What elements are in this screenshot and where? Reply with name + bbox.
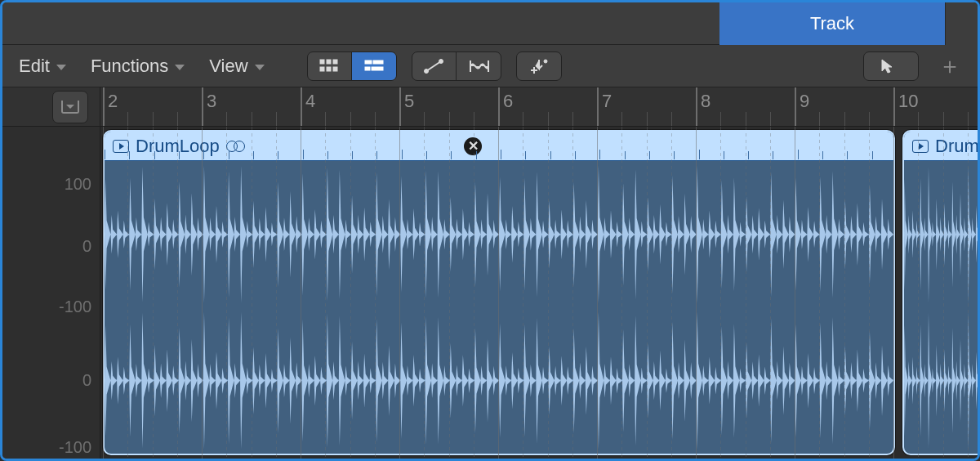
waveform-channel-right xyxy=(904,309,978,452)
flex-button[interactable] xyxy=(457,51,501,81)
audio-region-next[interactable]: Drum xyxy=(902,130,978,455)
ruler-bar-label: 4 xyxy=(305,91,315,112)
grid-view-button[interactable] xyxy=(308,51,352,81)
waveform-left xyxy=(105,163,893,306)
waveform-channel-left xyxy=(105,163,893,306)
menu-edit-label: Edit xyxy=(19,56,50,77)
ruler-bar-label: 7 xyxy=(602,91,612,112)
audio-region-drumloop[interactable]: DrumLoop ✕ xyxy=(103,130,895,455)
menu-view-label: View xyxy=(209,56,247,77)
waveform-right xyxy=(904,309,978,452)
waveform-channel-left xyxy=(904,163,978,306)
automation-button[interactable] xyxy=(412,51,457,81)
svg-rect-3 xyxy=(320,67,324,71)
region-play-icon xyxy=(912,140,929,153)
chevron-down-icon xyxy=(175,65,185,70)
svg-rect-4 xyxy=(327,67,331,71)
automation-curve-icon xyxy=(422,57,445,75)
flex-icon xyxy=(467,57,490,75)
waveform-right xyxy=(105,309,893,452)
grid-icon xyxy=(318,57,341,75)
edit-mode-group xyxy=(412,51,501,81)
ruler-bar-label: 10 xyxy=(898,91,918,112)
ruler-bar-label: 6 xyxy=(503,91,513,112)
region-name-label: Drum xyxy=(935,136,978,157)
pointer-tool-icon xyxy=(877,57,900,75)
region-play-icon xyxy=(113,140,129,153)
menu-view[interactable]: View xyxy=(204,52,269,80)
track-area: 1000-1000-100 DrumLoop ✕ xyxy=(2,127,978,459)
catch-group xyxy=(516,51,562,81)
amplitude-tick-label: 0 xyxy=(82,237,91,256)
ruler-bar-label: 9 xyxy=(800,91,809,112)
waveform-channel-right xyxy=(105,309,893,452)
editor-toolbar: Edit Functions View xyxy=(2,45,978,87)
bar-ruler[interactable]: 2345678910 xyxy=(100,87,978,126)
editor-tab-bar: Track xyxy=(2,2,978,45)
bar-ruler-row: 2345678910 xyxy=(2,87,978,127)
catch-playhead-button[interactable] xyxy=(517,51,561,81)
add-tool-button[interactable]: ＋ xyxy=(933,51,966,82)
svg-rect-5 xyxy=(333,67,337,71)
ruler-bar-label: 3 xyxy=(207,91,216,112)
tool-select-group xyxy=(863,51,919,81)
svg-rect-9 xyxy=(372,67,383,70)
view-mode-group xyxy=(307,51,397,81)
region-header[interactable]: DrumLoop ✕ xyxy=(105,132,893,161)
menu-functions-label: Functions xyxy=(91,56,168,77)
stereo-icon xyxy=(226,141,245,152)
audio-editor-window: Track Edit Functions View xyxy=(0,0,980,461)
amplitude-tick-label: 0 xyxy=(82,371,91,390)
region-body xyxy=(904,161,978,454)
chevron-down-box-icon xyxy=(61,101,79,114)
list-icon xyxy=(363,57,385,75)
region-body xyxy=(105,161,893,454)
amplitude-tick-label: -100 xyxy=(59,298,91,316)
region-lane[interactable]: DrumLoop ✕ xyxy=(100,127,978,459)
chevron-down-icon xyxy=(255,65,265,70)
svg-rect-7 xyxy=(373,60,383,64)
svg-rect-6 xyxy=(365,60,372,64)
amplitude-gutter: 1000-1000-100 xyxy=(2,127,100,459)
svg-rect-8 xyxy=(365,67,370,70)
add-icon: ＋ xyxy=(938,53,961,78)
ruler-bar-label: 2 xyxy=(108,91,118,112)
tab-next[interactable] xyxy=(945,2,978,45)
svg-rect-2 xyxy=(333,60,337,64)
waveform-left xyxy=(904,163,978,306)
amplitude-tick-label: 100 xyxy=(65,175,91,194)
track-header-toggle[interactable] xyxy=(52,91,88,123)
chevron-down-icon xyxy=(56,65,66,70)
pointer-tool-button[interactable] xyxy=(864,51,918,81)
list-view-button[interactable] xyxy=(352,51,396,81)
track-header-gutter xyxy=(2,87,100,126)
tab-track[interactable]: Track xyxy=(719,2,945,45)
menu-edit[interactable]: Edit xyxy=(14,52,71,80)
menu-functions[interactable]: Functions xyxy=(86,52,189,80)
svg-rect-0 xyxy=(320,60,324,64)
region-header[interactable]: Drum xyxy=(904,132,978,161)
svg-rect-1 xyxy=(327,60,331,64)
amplitude-tick-label: -100 xyxy=(59,438,91,457)
marquee-zoom-icon xyxy=(528,57,550,75)
svg-point-12 xyxy=(544,60,547,63)
ruler-bar-label: 5 xyxy=(404,91,414,112)
ruler-bar-label: 8 xyxy=(701,91,710,112)
